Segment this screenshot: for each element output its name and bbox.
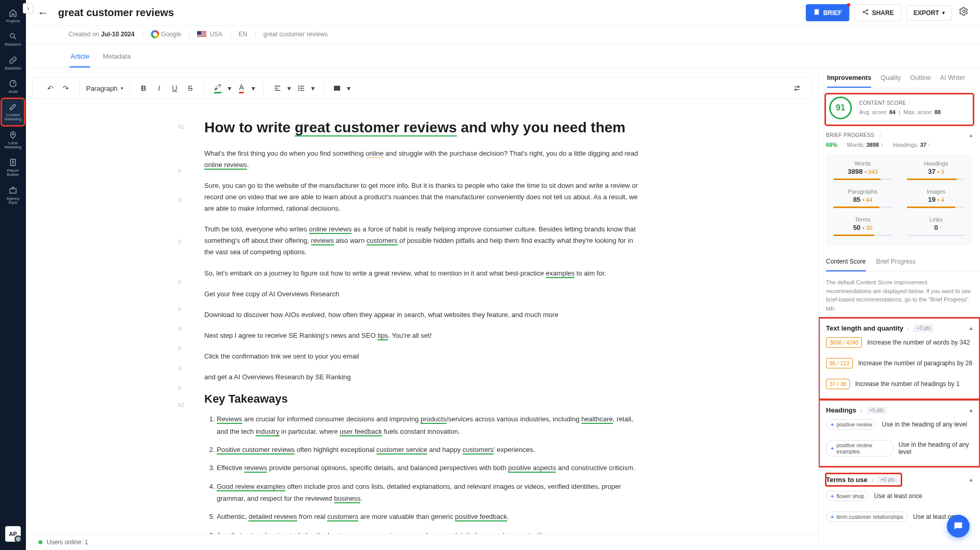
article-p[interactable]: What's the first thing you do when you f… <box>204 148 640 171</box>
block-label: Paragraph <box>86 85 118 92</box>
info-icon[interactable]: i <box>861 407 862 414</box>
svg-point-12 <box>298 90 299 90</box>
article-p[interactable]: Sure, you can go to the website of the m… <box>204 180 640 214</box>
arrow-up-icon: ↑ <box>880 142 884 148</box>
tab-improvements[interactable]: Improvements <box>827 74 871 88</box>
rec-head[interactable]: Text length and quantity i +3 pts ▴ <box>826 324 973 332</box>
list-button[interactable] <box>294 81 309 95</box>
nav-report-builder[interactable]: Report Builder <box>2 155 24 181</box>
svg-point-10 <box>298 86 299 86</box>
nav-research[interactable]: Research <box>2 29 24 50</box>
brief-button[interactable]: BRIEF <box>806 4 849 21</box>
info-icon[interactable]: i <box>907 325 909 332</box>
chevron-down-icon[interactable]: ▾ <box>310 81 317 95</box>
share-label: SHARE <box>872 9 894 17</box>
flag-us-icon <box>197 31 206 37</box>
article-list[interactable]: Reviews are crucial for informed consume… <box>204 413 640 534</box>
plus-icon: + <box>831 493 834 499</box>
article-p[interactable]: Download to discover how AIOs evolved, h… <box>204 309 640 321</box>
tab-outline[interactable]: Outline <box>910 74 931 88</box>
nav-backlinks[interactable]: Backlinks <box>2 52 24 74</box>
subtab-brief-progress[interactable]: Brief Progress <box>876 253 916 271</box>
right-panel: Improvements Quality Outline AI Writer 9… <box>818 68 980 550</box>
list-item: Effective reviews provide personal opini… <box>217 462 640 474</box>
article-p[interactable]: Get your free copy of AI Overviews Resea… <box>204 288 640 300</box>
chip-add[interactable]: +positive review examples <box>826 440 893 457</box>
google-icon <box>151 30 159 38</box>
plus-icon: + <box>831 514 834 520</box>
gear-icon[interactable] <box>957 5 971 21</box>
nav-audit[interactable]: Audit <box>2 76 24 97</box>
rec-item: +flower shopUse at least once <box>826 486 973 506</box>
nav-local-marketing[interactable]: Local Marketing <box>2 127 24 153</box>
redo-button[interactable]: ↷ <box>59 81 73 95</box>
chat-button[interactable] <box>947 515 970 538</box>
nav-label: Projects <box>6 19 20 23</box>
text-color-button[interactable]: A <box>234 81 249 95</box>
undo-button[interactable]: ↶ <box>43 81 58 95</box>
share-icon <box>862 8 869 17</box>
editor-scroll[interactable]: h1 How to write great customer reviews a… <box>26 99 818 534</box>
rec-head[interactable]: Headings i +5 pts ▴ <box>826 406 973 414</box>
rec-text: Use in the heading of any level <box>899 441 973 456</box>
pts-chip: +0 pts <box>877 476 898 484</box>
sidebar-toggle[interactable]: › <box>23 3 33 13</box>
pencil-icon <box>8 102 18 112</box>
block-select[interactable]: Paragraph▾ <box>83 82 127 94</box>
nav-agency-pack[interactable]: Agency Pack <box>2 183 24 209</box>
nav-content-marketing[interactable]: Content Marketing <box>2 99 24 125</box>
chip-add[interactable]: +flower shop <box>826 491 869 501</box>
metric-name: Paragraphs <box>831 188 894 195</box>
nav-label: Report Builder <box>3 169 23 177</box>
chip-add[interactable]: +term customer relationships <box>826 512 908 522</box>
tab-metadata[interactable]: Metadata <box>102 47 132 67</box>
subtab-content-score[interactable]: Content Score <box>826 253 866 271</box>
search-icon <box>8 32 18 41</box>
chevron-down-icon[interactable]: ▾ <box>250 81 257 95</box>
article-p[interactable]: and get a AI Overviews Research by SE Ra… <box>204 372 640 383</box>
tab-ai-writer[interactable]: AI Writer <box>940 74 965 88</box>
info-icon[interactable]: i <box>908 99 909 108</box>
chevron-up-icon: ▴ <box>970 476 973 483</box>
back-button[interactable]: ← <box>35 5 51 21</box>
article-p[interactable]: Truth be told, everyone who writes onlin… <box>204 224 640 258</box>
chevron-down-icon[interactable]: ▾ <box>286 81 293 95</box>
chevron-down-icon[interactable]: ▾ <box>226 81 233 95</box>
users-online: Users online: 1 <box>47 539 88 546</box>
image-button[interactable] <box>330 81 344 95</box>
underline-button[interactable]: U <box>167 81 182 95</box>
panel-body[interactable]: 91 CONTENT SCOREi Avg. score: 84 | Max. … <box>819 88 980 550</box>
article-p[interactable]: So, let's embark on a journey to figure … <box>204 268 640 279</box>
arrow-up-icon: ↑ <box>928 142 931 148</box>
metric: Terms 50 • 30 <box>831 216 894 242</box>
tab-article[interactable]: Article <box>69 47 90 67</box>
highlight-color-button[interactable]: 🖍 <box>211 81 225 95</box>
metric-name: Images <box>905 188 968 195</box>
settings-slider-icon[interactable] <box>790 81 804 95</box>
italic-button[interactable]: I <box>152 81 166 95</box>
briefcase-icon <box>8 186 18 195</box>
avatar[interactable]: AP <box>5 526 21 542</box>
share-button[interactable]: SHARE <box>855 4 901 21</box>
export-button[interactable]: EXPORT ▾ <box>906 5 952 21</box>
info-icon[interactable]: i <box>872 477 873 483</box>
article-p[interactable]: Click the confirmation link we sent to y… <box>204 351 640 362</box>
article-p[interactable]: Next step I agree to receive SE Ranking'… <box>204 330 640 341</box>
nav-projects[interactable]: Projects <box>2 5 24 26</box>
article-h1[interactable]: How to write great customer reviews and … <box>204 118 640 138</box>
strike-button[interactable]: S <box>183 81 198 95</box>
chevron-up-icon[interactable]: ▴ <box>970 132 973 139</box>
tab-quality[interactable]: Quality <box>880 74 901 88</box>
bold-button[interactable]: B <box>136 81 151 95</box>
article-h2[interactable]: Key Takeaways <box>204 392 640 406</box>
align-button[interactable] <box>270 81 285 95</box>
rec-head[interactable]: Terms to use i +0 pts ▴ <box>826 474 973 486</box>
chip: 3898 / 4240 <box>826 337 862 348</box>
editor-toolbar: ↶ ↷ Paragraph▾ B I U S 🖍 ▾ <box>32 77 812 99</box>
list-item: Positive customer reviews often highligh… <box>217 444 640 456</box>
chevron-down-icon[interactable]: ▾ <box>345 81 353 95</box>
chip-add[interactable]: +positive review <box>826 419 877 430</box>
chip: 85 / 113 <box>826 358 853 368</box>
status-online-icon <box>38 540 43 544</box>
info-icon[interactable]: i <box>879 132 881 139</box>
